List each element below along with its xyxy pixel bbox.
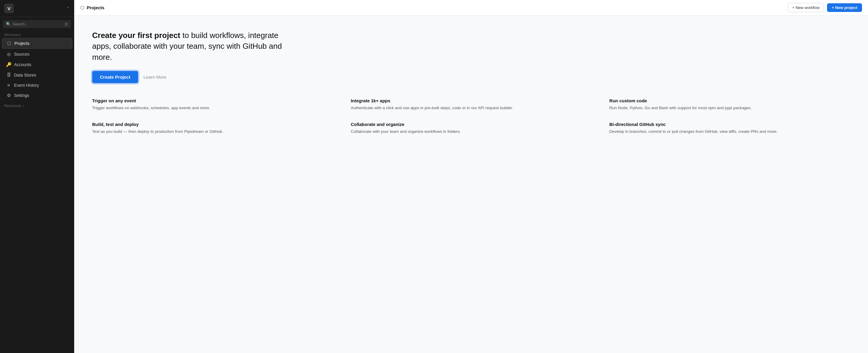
search-bar[interactable]: 🔍 Search... /: [3, 20, 71, 28]
new-project-button[interactable]: + New project: [827, 3, 862, 12]
resources-arrow-icon: ›: [23, 104, 24, 108]
sidebar-item-data-stores[interactable]: 🗄Data Stores: [2, 70, 72, 80]
search-placeholder-text: Search...: [12, 22, 63, 26]
feature-item-1: Integrate 1k+ appsAuthenticate with a cl…: [351, 98, 592, 111]
topbar-right: + New workflow + New project: [788, 3, 862, 12]
sidebar-item-label-sources: Sources: [14, 52, 29, 57]
sidebar-item-event-history[interactable]: ≡Event History: [2, 80, 72, 90]
feature-title-4: Collaborate and organize: [351, 122, 592, 127]
feature-title-3: Build, test and deploy: [92, 122, 333, 127]
sidebar-item-settings[interactable]: ⚙Settings: [2, 90, 72, 100]
logo[interactable]: V: [4, 4, 14, 13]
feature-desc-2: Run Node, Python, Go and Bash with suppo…: [609, 105, 850, 111]
content-area: Create your first project to build workf…: [74, 16, 868, 353]
resources-label: Resources: [4, 104, 21, 108]
logo-text: V: [7, 6, 10, 11]
hero-actions: Create Project Learn More: [92, 71, 850, 83]
sidebar-nav: ⬡Projects◎Sources🔑Accounts🗄Data Stores≡E…: [0, 38, 74, 101]
sidebar-logo-row[interactable]: V ⌃: [0, 0, 74, 17]
sidebar-item-accounts[interactable]: 🔑Accounts: [2, 60, 72, 70]
topbar-title: Projects: [87, 5, 104, 10]
sidebar-item-label-data-stores: Data Stores: [14, 73, 36, 78]
feature-title-5: Bi-directional GitHub sync: [609, 122, 850, 127]
hero-headline: Create your first project to build workf…: [92, 30, 296, 62]
sidebar-item-label-accounts: Accounts: [14, 62, 31, 67]
data-stores-sidebar-icon: 🗄: [6, 72, 11, 78]
hero-headline-bold: Create your first project: [92, 31, 180, 40]
feature-item-3: Build, test and deployTest as you build …: [92, 122, 333, 135]
feature-title-0: Trigger on any event: [92, 98, 333, 103]
sidebar-item-projects[interactable]: ⬡Projects: [2, 38, 72, 49]
sidebar-item-label-event-history: Event History: [14, 83, 39, 88]
feature-item-2: Run custom codeRun Node, Python, Go and …: [609, 98, 850, 111]
search-icon: 🔍: [6, 22, 11, 26]
create-project-button[interactable]: Create Project: [92, 71, 138, 83]
feature-item-0: Trigger on any eventTrigger workflows on…: [92, 98, 333, 111]
feature-desc-4: Collaborate with your team and organize …: [351, 129, 592, 135]
feature-item-5: Bi-directional GitHub syncDevelop in bra…: [609, 122, 850, 135]
sidebar-item-label-settings: Settings: [14, 93, 29, 98]
feature-grid: Trigger on any eventTrigger workflows on…: [92, 98, 850, 135]
topbar: ⬡ Projects + New workflow + New project: [74, 0, 868, 16]
sidebar: V ⌃ 🔍 Search... / Workspace ⬡Projects◎So…: [0, 0, 74, 353]
feature-title-2: Run custom code: [609, 98, 850, 103]
learn-more-button[interactable]: Learn More: [144, 75, 166, 80]
main-area: ⬡ Projects + New workflow + New project …: [74, 0, 868, 353]
sidebar-item-label-projects: Projects: [14, 41, 30, 46]
new-workflow-button[interactable]: + New workflow: [788, 3, 824, 12]
search-shortcut-badge: /: [64, 22, 68, 26]
feature-desc-3: Test as you build — then deploy to produ…: [92, 129, 333, 135]
workspace-chevron-icon[interactable]: ⌃: [66, 6, 70, 11]
workspace-section-label: Workspace: [0, 30, 74, 38]
feature-item-4: Collaborate and organizeCollaborate with…: [351, 122, 592, 135]
event-history-sidebar-icon: ≡: [6, 83, 11, 88]
sources-sidebar-icon: ◎: [6, 52, 11, 57]
feature-desc-5: Develop in branches, commit to or pull c…: [609, 129, 850, 135]
topbar-left: ⬡ Projects: [80, 5, 104, 10]
feature-title-1: Integrate 1k+ apps: [351, 98, 592, 103]
sidebar-item-sources[interactable]: ◎Sources: [2, 49, 72, 59]
projects-sidebar-icon: ⬡: [6, 41, 12, 46]
settings-sidebar-icon: ⚙: [6, 93, 11, 98]
projects-topbar-icon: ⬡: [80, 5, 84, 10]
hero-section: Create your first project to build workf…: [92, 30, 850, 83]
sidebar-resources-row[interactable]: Resources ›: [0, 101, 74, 109]
feature-desc-1: Authenticate with a click and use apps i…: [351, 105, 592, 111]
accounts-sidebar-icon: 🔑: [6, 62, 11, 67]
feature-desc-0: Trigger workflows on webhooks, schedules…: [92, 105, 333, 111]
